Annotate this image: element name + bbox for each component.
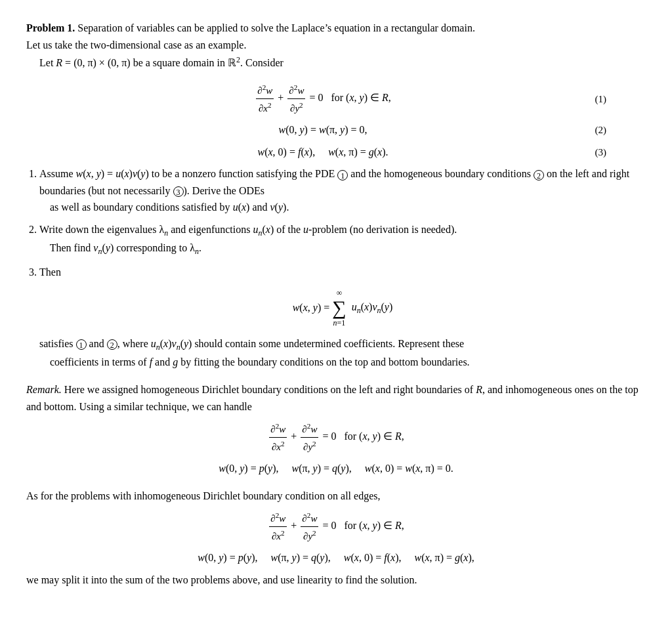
sum-formula: w(x, y) = ∞ ∑ n=1 un(x)vn(y) <box>39 289 646 327</box>
ref-1: 1 <box>337 170 348 180</box>
equation-1-content: ∂2w ∂x2 + ∂2w ∂y2 = 0 for (x, y) ∈ R, <box>66 81 580 116</box>
last-text-span: we may split it into the sum of the two … <box>26 574 417 585</box>
problem-list: Assume w(x, y) = u(x)v(y) to be a nonzer… <box>39 165 646 371</box>
page-content: Problem 1. Separation of variables can b… <box>26 20 646 589</box>
last-eq2-block: w(0, y) = p(y), w(π, y) = q(y), w(x, 0) … <box>26 549 646 566</box>
list-item-3: Then w(x, y) = ∞ ∑ n=1 un(x)vn(y) satisf… <box>39 264 646 371</box>
remark-title: Remark. <box>26 384 62 395</box>
sum-sigma: ∞ ∑ n=1 <box>332 289 346 327</box>
problem-intro: Problem 1. Separation of variables can b… <box>26 20 646 71</box>
eq-number-1: (1) <box>580 91 606 107</box>
equation-2-block: w(0, y) = w(π, y) = 0, (2) <box>26 121 646 138</box>
remark-fraction-d2w-dy2: ∂2w ∂y2 <box>301 420 318 455</box>
remark-eq2-content: w(0, y) = p(y), w(π, y) = q(y), w(x, 0) … <box>66 460 606 477</box>
list-item-1: Assume w(x, y) = u(x)v(y) to be a nonzer… <box>39 165 646 216</box>
sum-terms: un(x)vn(y) <box>349 299 393 317</box>
derive-odes-text: Derive the ODEs <box>192 185 264 196</box>
item3-continuation: satisfies 1 and 2, where un(x)vn(y) shou… <box>39 338 470 368</box>
ref-2: 2 <box>534 170 544 180</box>
ref-1b: 1 <box>76 339 87 350</box>
equation-3-content: w(x, 0) = f(x), w(x, π) = g(x). <box>66 144 580 161</box>
intro-text-1: Separation of variables can be applied t… <box>77 22 475 33</box>
last-para-text: As for the problems with inhomogeneous D… <box>26 490 380 501</box>
last-fraction-d2w-dy2: ∂2w ∂y2 <box>301 509 318 544</box>
last-text: we may split it into the sum of the two … <box>26 572 646 589</box>
remark-block: Remark. Here we assigned homogeneous Dir… <box>26 381 646 415</box>
last-eq1-content: ∂2w ∂x2 + ∂2w ∂y2 = 0 for (x, y) ∈ R, <box>66 509 606 544</box>
remark-eq2-block: w(0, y) = p(y), w(π, y) = q(y), w(x, 0) … <box>26 460 646 477</box>
eq-number-3: (3) <box>580 144 606 160</box>
intro-text-2: Let us take the two-dimensional case as … <box>26 39 246 51</box>
remark-text: Here we assigned homogeneous Dirichlet b… <box>26 384 639 412</box>
w-equals: w(x, y) = <box>293 299 330 316</box>
list-item-2: Write down the eigenvalues λn and eigenf… <box>39 221 646 259</box>
fraction-d2w-dx2: ∂2w ∂x2 <box>256 81 274 116</box>
equation-3-block: w(x, 0) = f(x), w(x, π) = g(x). (3) <box>26 144 646 161</box>
intro-text-3: Let R = (0, π) × (0, π) be a square doma… <box>39 57 284 68</box>
remark-eq1-content: ∂2w ∂x2 + ∂2w ∂y2 = 0 for (x, y) ∈ R, <box>66 420 606 455</box>
eq-number-2: (2) <box>580 122 606 138</box>
last-fraction-d2w-dx2: ∂2w ∂x2 <box>269 509 287 544</box>
last-paragraph-intro: As for the problems with inhomogeneous D… <box>26 488 646 505</box>
ref-3: 3 <box>173 186 184 197</box>
problem-title: Problem 1. <box>26 22 75 33</box>
equation-2-content: w(0, y) = w(π, y) = 0, <box>66 121 580 138</box>
equation-1-block: ∂2w ∂x2 + ∂2w ∂y2 = 0 for (x, y) ∈ R, (1… <box>26 81 646 116</box>
remark-eq1-block: ∂2w ∂x2 + ∂2w ∂y2 = 0 for (x, y) ∈ R, <box>26 420 646 455</box>
last-eq2-content: w(0, y) = p(y), w(π, y) = q(y), w(x, 0) … <box>66 549 606 566</box>
boundary-conditions-text: boundary conditions <box>445 168 531 179</box>
ref-2b: 2 <box>107 339 117 350</box>
remark-fraction-d2w-dx2: ∂2w ∂x2 <box>269 420 287 455</box>
last-eq1-block: ∂2w ∂x2 + ∂2w ∂y2 = 0 for (x, y) ∈ R, <box>26 509 646 544</box>
fraction-d2w-dy2: ∂2w ∂y2 <box>287 81 305 116</box>
